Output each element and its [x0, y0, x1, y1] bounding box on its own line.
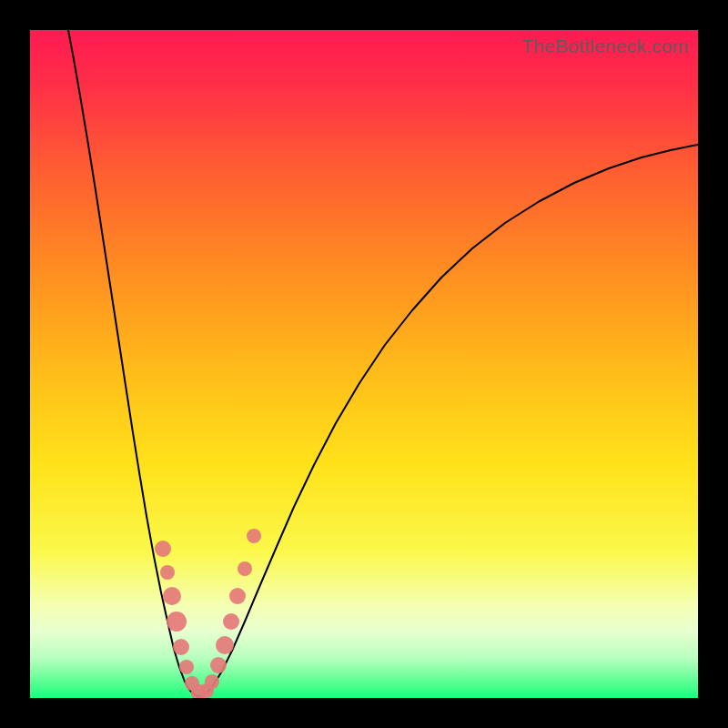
- marker-group: [155, 529, 261, 698]
- marker-dot: [223, 613, 239, 630]
- chart-svg: [30, 30, 698, 698]
- marker-dot: [179, 660, 194, 674]
- curve-right-branch: [199, 145, 698, 697]
- marker-dot: [205, 674, 219, 689]
- outer-frame: TheBottleneck.com: [0, 0, 728, 728]
- marker-dot: [167, 612, 187, 632]
- watermark-text: TheBottleneck.com: [522, 35, 689, 57]
- marker-dot: [163, 587, 181, 605]
- marker-dot: [247, 529, 261, 543]
- marker-dot: [229, 588, 246, 604]
- marker-dot: [155, 541, 171, 557]
- marker-dot: [210, 657, 227, 673]
- marker-dot: [238, 561, 252, 576]
- marker-dot: [216, 636, 234, 654]
- marker-dot: [173, 639, 189, 655]
- plot-area: TheBottleneck.com: [30, 30, 698, 698]
- marker-dot: [160, 565, 175, 580]
